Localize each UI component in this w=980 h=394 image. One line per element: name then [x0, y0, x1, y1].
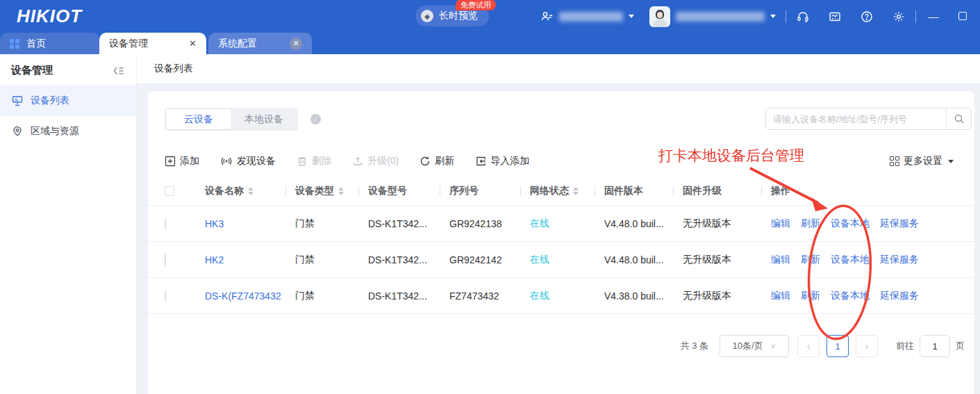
- search-input[interactable]: [766, 114, 946, 124]
- refresh-link[interactable]: 刷新: [801, 254, 820, 266]
- page-size-select[interactable]: 10条/页 ∨: [720, 335, 789, 357]
- tab-home[interactable]: 首页: [0, 33, 99, 54]
- long-preview-button[interactable]: ◆ 长时预览 免费试用: [415, 6, 489, 26]
- refresh-icon: [420, 156, 431, 167]
- device-local-link[interactable]: 设备本地: [831, 254, 870, 266]
- chevron-down-icon: ∨: [770, 342, 776, 350]
- next-page-button[interactable]: ›: [856, 335, 878, 357]
- sort-icon[interactable]: [248, 187, 254, 195]
- prev-page-button[interactable]: ‹: [797, 335, 820, 357]
- table-row: HK3 门禁 DS-K1T342... GR9242138 在线 V4.48.0…: [148, 206, 974, 242]
- device-name-link[interactable]: HK3: [205, 218, 224, 229]
- device-list-icon: [11, 95, 24, 107]
- user-avatar: [649, 6, 670, 27]
- discover-devices-button[interactable]: 发现设备: [220, 155, 276, 167]
- tab-system-config[interactable]: 系统配置 ✕: [208, 33, 312, 54]
- device-local-link[interactable]: 设备本地: [831, 290, 870, 302]
- user-switch-icon[interactable]: [540, 10, 554, 24]
- minimize-button[interactable]: —: [926, 10, 941, 22]
- location-pin-icon: [11, 125, 24, 138]
- import-add-button[interactable]: 导入添加: [475, 155, 529, 167]
- divider: [786, 10, 786, 23]
- trash-icon: [297, 156, 308, 167]
- total-count: 共 3 条: [681, 340, 708, 352]
- upload-icon: [352, 156, 363, 167]
- edit-link[interactable]: 编辑: [771, 290, 790, 302]
- goto-suffix: 页: [956, 340, 965, 352]
- search-icon: [954, 113, 965, 124]
- sidebar-item-label: 设备列表: [31, 95, 69, 107]
- top-header-bar: HIKIOT ◆ 长时预览 免费试用: [0, 0, 980, 33]
- window-tab-bar: 首页 设备管理 ✕ 系统配置 ✕: [0, 33, 980, 54]
- chevron-down-icon: [629, 15, 634, 18]
- edit-link[interactable]: 编辑: [771, 254, 790, 266]
- sidebar-item-device-list[interactable]: 设备列表: [0, 85, 136, 116]
- settings-gear-icon[interactable]: [892, 10, 906, 24]
- organization-dropdown[interactable]: [559, 12, 634, 22]
- warranty-link[interactable]: 延保服务: [880, 290, 919, 302]
- row-checkbox[interactable]: [165, 218, 166, 229]
- close-icon[interactable]: ✕: [189, 38, 197, 49]
- device-local-link[interactable]: 设备本地: [831, 217, 870, 230]
- sidebar-item-areas-resources[interactable]: 区域与资源: [0, 116, 136, 147]
- refresh-button[interactable]: 刷新: [420, 155, 454, 167]
- more-settings-button[interactable]: 更多设置: [890, 155, 954, 167]
- page-title: 设备列表: [154, 63, 193, 75]
- device-name-link[interactable]: DS-K(FZ7473432: [205, 290, 281, 302]
- table-row: HK2 门禁 DS-K1T342... GR9242142 在线 V4.48.0…: [148, 242, 974, 278]
- preview-button-label: 长时预览: [439, 10, 478, 22]
- delete-button[interactable]: 删除: [297, 155, 331, 167]
- info-icon[interactable]: i: [310, 114, 321, 124]
- home-grid-icon: [10, 39, 19, 49]
- refresh-link[interactable]: 刷新: [801, 217, 820, 230]
- status-badge: 在线: [530, 217, 604, 230]
- status-badge: 在线: [530, 254, 604, 266]
- tab-system-config-label: 系统配置: [218, 38, 257, 50]
- sidebar: 设备管理 设备列表 区域与资源: [0, 54, 137, 394]
- device-name-link[interactable]: HK2: [205, 254, 224, 265]
- gem-icon: ◆: [421, 10, 433, 22]
- divider: [915, 10, 916, 23]
- add-button[interactable]: 添加: [165, 155, 199, 167]
- tab-local-devices[interactable]: 本地设备: [231, 109, 297, 129]
- tab-device-management[interactable]: 设备管理 ✕: [99, 33, 206, 54]
- device-list-card: 云设备 本地设备 i: [148, 91, 974, 394]
- tab-cloud-devices[interactable]: 云设备: [166, 109, 231, 129]
- warranty-link[interactable]: 延保服务: [880, 254, 919, 266]
- sidebar-collapse-icon[interactable]: [113, 65, 125, 76]
- status-badge: 在线: [530, 290, 604, 302]
- refresh-link[interactable]: 刷新: [801, 290, 820, 302]
- sort-icon[interactable]: [338, 187, 344, 195]
- goto-label: 前往: [896, 340, 914, 352]
- close-icon[interactable]: ✕: [290, 38, 302, 50]
- redacted-user-name: [676, 12, 765, 22]
- device-monitor-icon[interactable]: [828, 10, 842, 24]
- maximize-button[interactable]: [955, 10, 970, 22]
- row-checkbox[interactable]: [165, 254, 166, 265]
- edit-link[interactable]: 编辑: [771, 217, 790, 230]
- device-search: [765, 108, 972, 130]
- warranty-link[interactable]: 延保服务: [880, 217, 919, 230]
- grid-settings-icon: [890, 156, 899, 166]
- device-source-tabs: 云设备 本地设备: [165, 108, 298, 131]
- row-checkbox[interactable]: [165, 290, 166, 302]
- tab-home-label: 首页: [26, 38, 46, 50]
- main-content: 设备列表 云设备 本地设备 i: [137, 54, 980, 394]
- app-window: HIKIOT ◆ 长时预览 免费试用: [0, 0, 980, 394]
- select-all-checkbox[interactable]: [165, 186, 174, 196]
- goto-page-input[interactable]: [920, 335, 950, 357]
- sort-icon[interactable]: [573, 187, 579, 195]
- help-icon[interactable]: [860, 10, 874, 24]
- current-page-button[interactable]: 1: [827, 335, 849, 357]
- chevron-down-icon: [770, 15, 776, 18]
- table-header-row: 设备名称 设备类型 设备型号 序列号 网络状态 固件版本 固件升级 操作: [148, 177, 974, 206]
- free-trial-badge: 免费试用: [456, 0, 496, 10]
- chevron-down-icon: [948, 160, 954, 163]
- search-button[interactable]: [946, 108, 971, 129]
- add-icon: [165, 156, 176, 167]
- upgrade-button[interactable]: 升级(0): [352, 155, 399, 167]
- account-dropdown[interactable]: [649, 6, 776, 27]
- table-row: DS-K(FZ7473432 门禁 DS-K1T342... FZ7473432…: [148, 278, 974, 314]
- broadcast-icon: [220, 156, 233, 167]
- headset-support-icon[interactable]: [796, 10, 810, 24]
